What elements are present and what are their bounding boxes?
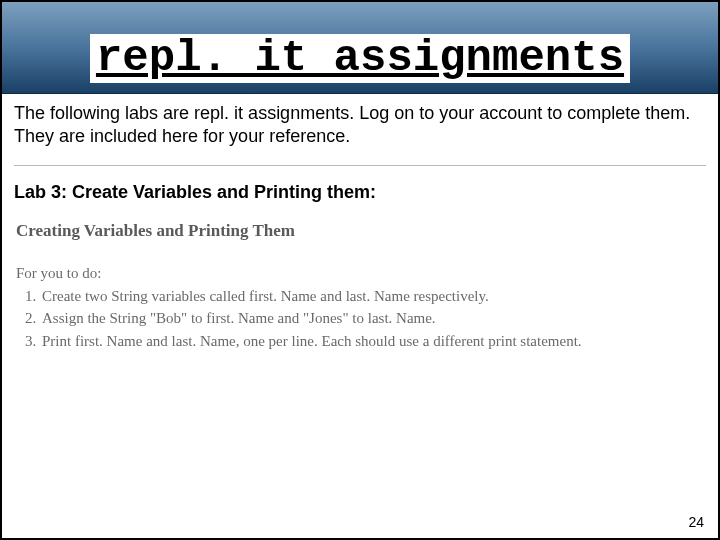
embedded-lead: For you to do: — [16, 265, 706, 282]
slide-header: repl. it assignments — [2, 2, 718, 94]
page-number: 24 — [688, 514, 704, 530]
intro-text: The following labs are repl. it assignme… — [14, 102, 706, 147]
list-item: Print first. Name and last. Name, one pe… — [40, 331, 706, 351]
slide-content: The following labs are repl. it assignme… — [2, 94, 718, 351]
slide-title: repl. it assignments — [90, 34, 630, 82]
embedded-heading: Creating Variables and Printing Them — [16, 221, 706, 241]
list-item: Create two String variables called first… — [40, 286, 706, 306]
embedded-lab-content: Creating Variables and Printing Them For… — [14, 221, 706, 351]
lab-title: Lab 3: Create Variables and Printing the… — [14, 182, 706, 203]
embedded-steps: Create two String variables called first… — [16, 286, 706, 351]
divider — [14, 165, 706, 166]
list-item: Assign the String "Bob" to first. Name a… — [40, 308, 706, 328]
